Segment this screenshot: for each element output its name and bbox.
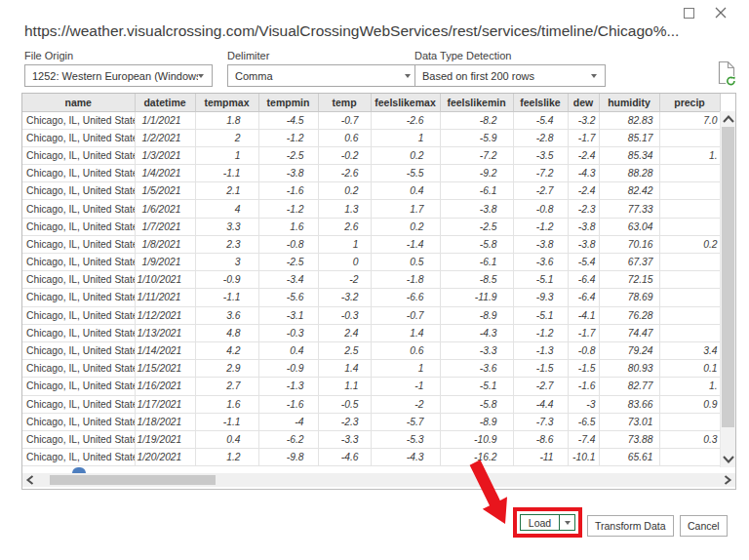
cell-tempmin: -1.6: [258, 395, 318, 413]
cell-tempmax: 3.6: [195, 306, 258, 324]
cell-precip: 0.3: [659, 430, 720, 448]
cell-dew: -0.8: [568, 341, 599, 359]
cell-feelslike: -8.6: [513, 430, 568, 448]
cell-feelslikemax: 1.4: [371, 324, 440, 341]
cell-feelslikemax: 1: [371, 129, 440, 146]
cell-tempmax: 1.2: [195, 449, 258, 466]
table-row: Chicago, IL, United States1/20/20211.2-9…: [22, 449, 720, 466]
cell-datetime: 1/19/2021: [135, 430, 195, 448]
horizontal-scroll-thumb[interactable]: [50, 475, 216, 485]
table-row: Chicago, IL, United States1/12/20213.6-3…: [22, 306, 720, 324]
cell-temp: -2: [318, 271, 371, 289]
column-header-feelslikemax: feelslikemax: [371, 94, 440, 111]
cell-datetime: 1/3/2021: [135, 146, 195, 164]
cell-feelslikemin: -3.3: [440, 341, 513, 359]
cell-dew: -6.5: [568, 413, 599, 430]
cancel-button[interactable]: Cancel: [680, 515, 728, 537]
cell-feelslike: -5.4: [513, 111, 568, 129]
cell-tempmin: -1.6: [258, 182, 318, 200]
cell-dew: -4.3: [568, 165, 599, 182]
cell-temp: -0.2: [318, 146, 371, 164]
cell-temp: 2.4: [318, 324, 371, 341]
annotation-highlight-rect: Load: [513, 507, 582, 538]
cell-name: Chicago, IL, United States: [22, 289, 135, 306]
cell-tempmin: -0.9: [258, 360, 318, 378]
maximize-icon[interactable]: [684, 8, 694, 19]
cell-datetime: 1/8/2021: [135, 235, 195, 253]
vertical-scroll-thumb[interactable]: [722, 127, 734, 427]
cell-precip: 0.1: [659, 360, 720, 378]
scroll-left-icon[interactable]: [24, 473, 36, 487]
cell-feelslikemax: -2: [371, 395, 440, 413]
load-dropdown-button[interactable]: [560, 515, 574, 530]
cell-precip: 7.0: [659, 111, 720, 129]
cell-feelslikemax: 0.4: [371, 182, 440, 200]
cell-tempmin: -9.8: [258, 449, 318, 466]
cell-tempmin: -0.3: [258, 324, 318, 341]
cell-datetime: 1/13/2021: [135, 324, 195, 341]
cell-feelslike: -5.1: [513, 306, 568, 324]
refresh-preview-icon[interactable]: [717, 60, 738, 88]
cell-temp: 0.2: [318, 182, 371, 200]
cell-humidity: 80.93: [599, 360, 659, 378]
cell-feelslikemin: -11.9: [440, 289, 513, 306]
close-icon[interactable]: [713, 5, 729, 20]
column-header-tempmin: tempmin: [258, 94, 318, 111]
column-header-tempmax: tempmax: [195, 94, 258, 111]
data-type-detection-label: Data Type Detection: [414, 50, 511, 61]
cell-temp: -3.2: [318, 289, 371, 306]
cell-precip: [659, 218, 720, 235]
cell-feelslike: -3.8: [513, 235, 568, 253]
cell-tempmin: -1.2: [258, 200, 318, 218]
cell-humidity: 85.34: [599, 146, 659, 164]
file-origin-dropdown[interactable]: 1252: Western European (Windows): [24, 64, 213, 87]
cell-tempmax: 2.1: [195, 182, 258, 200]
cell-humidity: 63.04: [599, 218, 659, 235]
cell-temp: 2.6: [318, 218, 371, 235]
cell-humidity: 65.61: [599, 449, 659, 466]
table-row: Chicago, IL, United States1/3/20211-2.5-…: [22, 146, 720, 164]
cell-name: Chicago, IL, United States: [22, 200, 135, 218]
cell-datetime: 1/2/2021: [135, 129, 195, 146]
scroll-down-icon[interactable]: [721, 454, 736, 465]
vertical-scrollbar[interactable]: [720, 111, 735, 467]
data-type-detection-dropdown[interactable]: Based on first 200 rows: [414, 64, 606, 87]
cell-temp: 0.6: [318, 129, 371, 146]
cell-tempmax: 3.3: [195, 218, 258, 235]
cell-datetime: 1/16/2021: [135, 378, 195, 395]
cell-feelslikemin: -7.2: [440, 146, 513, 164]
cell-humidity: 74.47: [599, 324, 659, 341]
load-split-button[interactable]: Load: [520, 514, 575, 531]
scroll-up-icon[interactable]: [721, 113, 736, 125]
chevron-down-icon: [405, 74, 411, 78]
cell-datetime: 1/17/2021: [135, 395, 195, 413]
cell-datetime: 1/20/2021: [135, 449, 195, 466]
cell-humidity: 82.83: [599, 111, 659, 129]
cell-tempmax: 2.7: [195, 378, 258, 395]
cell-tempmin: 1.6: [258, 218, 318, 235]
cell-temp: -0.3: [318, 306, 371, 324]
cell-precip: [659, 254, 720, 271]
cell-dew: -3.8: [568, 235, 599, 253]
horizontal-scrollbar[interactable]: [22, 473, 735, 487]
transform-data-button[interactable]: Transform Data: [587, 515, 674, 537]
dialog-title-url: https://weather.visualcrossing.com/Visua…: [24, 22, 741, 40]
table-row: Chicago, IL, United States1/7/20213.31.6…: [22, 218, 720, 235]
load-button[interactable]: Load: [521, 515, 559, 530]
table-row: Chicago, IL, United States1/16/20212.7-1…: [22, 378, 720, 395]
cell-feelslikemin: -8.2: [440, 111, 513, 129]
table-row: Chicago, IL, United States1/15/20212.9-0…: [22, 360, 720, 378]
cell-feelslikemin: -10.9: [440, 430, 513, 448]
cell-temp: 2.5: [318, 341, 371, 359]
cell-feelslikemax: -1.8: [371, 271, 440, 289]
delimiter-dropdown[interactable]: Comma: [227, 64, 419, 87]
cell-name: Chicago, IL, United States: [22, 254, 135, 271]
cell-precip: [659, 165, 720, 182]
column-header-precip: precip: [659, 94, 720, 111]
cell-datetime: 1/11/2021: [135, 289, 195, 306]
scroll-right-icon[interactable]: [722, 473, 733, 487]
cell-feelslikemax: 0.2: [371, 146, 440, 164]
cell-datetime: 1/10/2021: [135, 271, 195, 289]
column-header-dew: dew: [568, 94, 599, 111]
column-header-feelslike: feelslike: [513, 94, 568, 111]
